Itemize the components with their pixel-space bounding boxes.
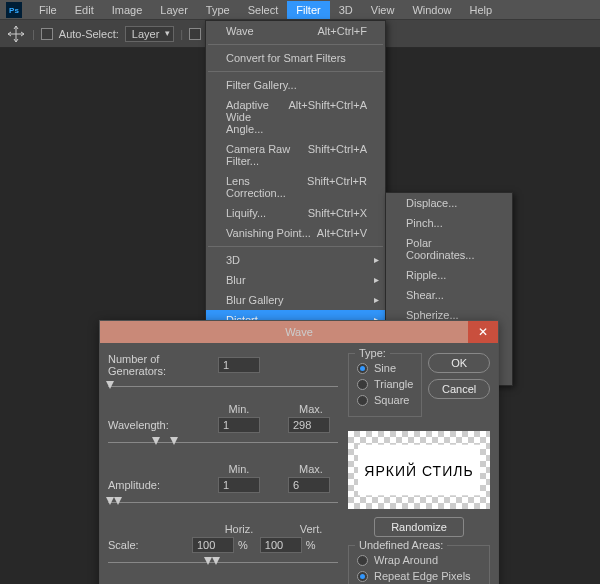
filter-item-adaptive-wide-angle-[interactable]: Adaptive Wide Angle...Alt+Shift+Ctrl+A — [206, 95, 385, 139]
filter-item-filter-gallery-[interactable]: Filter Gallery... — [206, 75, 385, 95]
show-transform-checkbox[interactable] — [189, 28, 201, 40]
filter-item-convert-for-smart-filters[interactable]: Convert for Smart Filters — [206, 48, 385, 68]
menu-view[interactable]: View — [362, 1, 404, 19]
wavelength-slider[interactable] — [108, 437, 338, 453]
preview-text: ЯРКИЙ СТИЛЬ — [358, 445, 480, 496]
type-square-radio[interactable]: Square — [357, 392, 413, 408]
wavelength-label: Wavelength: — [108, 419, 218, 431]
type-legend: Type: — [355, 347, 390, 359]
distort-item-polar-coordinates-[interactable]: Polar Coordinates... — [386, 233, 512, 265]
menu-filter[interactable]: Filter — [287, 1, 329, 19]
menu-image[interactable]: Image — [103, 1, 152, 19]
scale-horiz-input[interactable] — [192, 537, 234, 553]
distort-item-ripple-[interactable]: Ripple... — [386, 265, 512, 285]
filter-item-vanishing-point-[interactable]: Vanishing Point...Alt+Ctrl+V — [206, 223, 385, 243]
filter-item-wave[interactable]: WaveAlt+Ctrl+F — [206, 21, 385, 41]
filter-item-lens-correction-[interactable]: Lens Correction...Shift+Ctrl+R — [206, 171, 385, 203]
amplitude-max-input[interactable] — [288, 477, 330, 493]
undefined-areas-legend: Undefined Areas: — [355, 539, 447, 551]
dialog-titlebar[interactable]: Wave ✕ — [100, 321, 498, 343]
scale-slider[interactable] — [108, 557, 338, 573]
menu-3d[interactable]: 3D — [330, 1, 362, 19]
distort-item-displace-[interactable]: Displace... — [386, 193, 512, 213]
auto-select-label: Auto-Select: — [59, 28, 119, 40]
ps-logo-icon: Ps — [6, 2, 22, 18]
menu-help[interactable]: Help — [461, 1, 502, 19]
menubar: FileEditImageLayerTypeSelectFilter3DView… — [0, 0, 600, 20]
amplitude-slider[interactable] — [108, 497, 338, 513]
cancel-button[interactable]: Cancel — [428, 379, 490, 399]
layer-select[interactable]: Layer — [125, 26, 175, 42]
menu-layer[interactable]: Layer — [151, 1, 197, 19]
wrap-around-radio[interactable]: Wrap Around — [357, 552, 481, 568]
repeat-edge-radio[interactable]: Repeat Edge Pixels — [357, 568, 481, 584]
scale-label: Scale: — [108, 539, 192, 551]
wave-dialog: Wave ✕ Number of Generators: Min.Max. Wa… — [99, 320, 499, 584]
type-triangle-radio[interactable]: Triangle — [357, 376, 413, 392]
num-generators-slider[interactable] — [108, 381, 338, 393]
amplitude-min-input[interactable] — [218, 477, 260, 493]
filter-item-blur[interactable]: Blur — [206, 270, 385, 290]
filter-item-blur-gallery[interactable]: Blur Gallery — [206, 290, 385, 310]
filter-item-liquify-[interactable]: Liquify...Shift+Ctrl+X — [206, 203, 385, 223]
preview-panel: ЯРКИЙ СТИЛЬ — [348, 431, 490, 509]
menu-select[interactable]: Select — [239, 1, 288, 19]
close-button[interactable]: ✕ — [468, 321, 498, 343]
filter-item-camera-raw-filter-[interactable]: Camera Raw Filter...Shift+Ctrl+A — [206, 139, 385, 171]
auto-select-checkbox[interactable] — [41, 28, 53, 40]
filter-item-3d[interactable]: 3D — [206, 250, 385, 270]
move-tool-icon — [6, 24, 26, 44]
scale-vert-input[interactable] — [260, 537, 302, 553]
wavelength-max-input[interactable] — [288, 417, 330, 433]
randomize-button[interactable]: Randomize — [374, 517, 464, 537]
menu-window[interactable]: Window — [403, 1, 460, 19]
menu-file[interactable]: File — [30, 1, 66, 19]
distort-item-pinch-[interactable]: Pinch... — [386, 213, 512, 233]
num-generators-label: Number of Generators: — [108, 353, 218, 377]
dialog-title: Wave — [285, 326, 313, 338]
wavelength-min-input[interactable] — [218, 417, 260, 433]
type-sine-radio[interactable]: Sine — [357, 360, 413, 376]
num-generators-input[interactable] — [218, 357, 260, 373]
amplitude-label: Amplitude: — [108, 479, 218, 491]
ok-button[interactable]: OK — [428, 353, 490, 373]
menu-edit[interactable]: Edit — [66, 1, 103, 19]
distort-item-shear-[interactable]: Shear... — [386, 285, 512, 305]
menu-type[interactable]: Type — [197, 1, 239, 19]
